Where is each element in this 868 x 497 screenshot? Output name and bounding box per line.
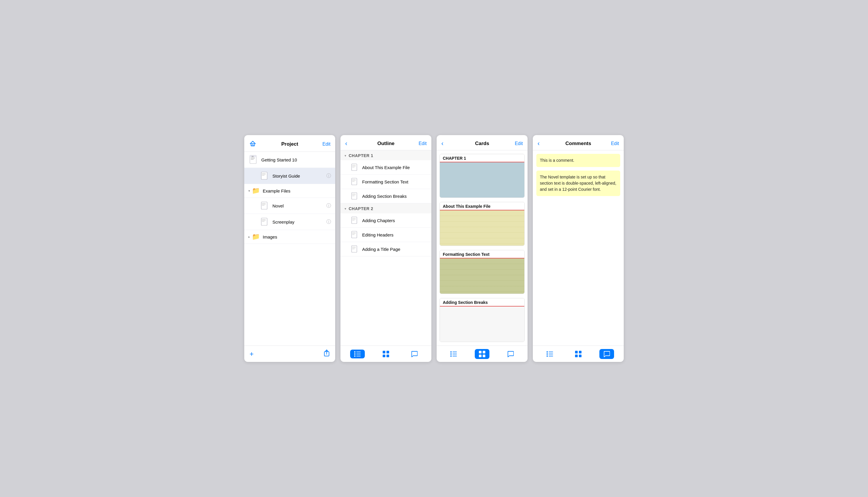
svg-rect-55 — [387, 355, 389, 357]
chapter-1-header[interactable]: ▾ CHAPTER 1 — [340, 150, 431, 160]
outline-footer — [340, 345, 431, 362]
outline-comment-tab[interactable] — [407, 349, 422, 359]
outline-grid-tab[interactable] — [379, 349, 393, 359]
svg-rect-72 — [575, 351, 578, 353]
svg-rect-71 — [549, 356, 553, 356]
svg-rect-63 — [483, 351, 485, 353]
cards-edit-button[interactable]: Edit — [512, 141, 523, 146]
outline-adding-title-page[interactable]: Adding a Title Page — [340, 242, 431, 256]
svg-rect-58 — [450, 355, 452, 357]
project-item-screenplay[interactable]: Screenplay ⓘ — [244, 214, 335, 230]
project-item-getting-started[interactable]: 10 Getting Started 10 — [244, 152, 335, 168]
project-item-novel[interactable]: Novel ⓘ — [244, 198, 335, 214]
svg-rect-61 — [452, 356, 457, 356]
outline-about-example[interactable]: About This Example File — [340, 160, 431, 175]
card-about-example[interactable]: About This Example File — [439, 202, 524, 246]
card-formatting-title: Formatting Section Text — [440, 250, 524, 258]
card-about-example-body — [440, 210, 524, 245]
storyist-guide-info-icon[interactable]: ⓘ — [326, 173, 331, 179]
cards-list-tab[interactable] — [446, 350, 461, 358]
svg-rect-39 — [352, 232, 356, 233]
share-button[interactable] — [323, 349, 330, 358]
formatting-section-doc-icon — [350, 178, 359, 186]
card-adding-breaks[interactable]: Adding Section Breaks — [439, 298, 524, 342]
svg-rect-23 — [352, 165, 356, 165]
card-chapter-1[interactable]: CHAPTER 1 — [439, 154, 524, 198]
comments-back-button[interactable]: ‹ — [537, 140, 548, 147]
novel-info-icon[interactable]: ⓘ — [326, 203, 331, 209]
panel-cards: ‹ Cards Edit CHAPTER 1 About This Exampl… — [437, 135, 528, 362]
images-label: Images — [263, 235, 331, 239]
comments-grid-tab[interactable] — [571, 349, 586, 359]
folder-example-files[interactable]: ▾ 📁 Example Files — [244, 184, 335, 198]
comments-edit-button[interactable]: Edit — [608, 141, 619, 146]
svg-rect-16 — [261, 218, 267, 225]
svg-rect-10 — [262, 174, 266, 175]
outline-list-tab[interactable] — [350, 350, 365, 358]
card-chapter-1-title: CHAPTER 1 — [440, 154, 524, 162]
svg-rect-54 — [383, 355, 385, 357]
project-item-storyist-guide[interactable]: Storyist Guide ⓘ — [244, 168, 335, 184]
svg-rect-14 — [262, 204, 266, 204]
svg-rect-65 — [483, 355, 485, 357]
card-adding-breaks-body — [440, 307, 524, 342]
cards-back-button[interactable]: ‹ — [441, 140, 452, 147]
outline-editing-headers[interactable]: Editing Headers — [340, 228, 431, 242]
panel-outline: ‹ Outline Edit ▾ CHAPTER 1 About T — [340, 135, 431, 362]
getting-started-label: Getting Started 10 — [261, 157, 331, 162]
storyist-guide-icon — [260, 171, 269, 181]
svg-rect-52 — [383, 351, 385, 353]
svg-rect-32 — [352, 195, 356, 195]
svg-rect-44 — [352, 248, 356, 248]
svg-rect-47 — [354, 353, 355, 355]
images-chevron: ▸ — [248, 235, 250, 239]
card-about-example-title: About This Example File — [440, 202, 524, 210]
svg-rect-64 — [479, 355, 481, 357]
svg-rect-43 — [352, 247, 356, 247]
project-edit-button[interactable]: Edit — [320, 142, 331, 147]
cards-comment-tab[interactable] — [503, 349, 518, 359]
comments-footer — [533, 345, 624, 362]
about-example-label: About This Example File — [362, 165, 410, 170]
outline-adding-chapters[interactable]: Adding Chapters — [340, 213, 431, 228]
svg-rect-31 — [352, 194, 356, 194]
project-title: Project — [260, 141, 320, 147]
getting-started-icon: 10 — [248, 155, 258, 165]
example-files-chevron: ▾ — [248, 189, 250, 193]
svg-rect-8 — [261, 172, 267, 179]
novel-icon — [260, 201, 269, 211]
outline-adding-breaks[interactable]: Adding Section Breaks — [340, 189, 431, 203]
storyist-guide-label: Storyist Guide — [272, 173, 326, 179]
cards-grid-tab[interactable] — [475, 349, 489, 359]
project-footer: + — [244, 345, 335, 362]
chapter-2-header[interactable]: ▾ CHAPTER 2 — [340, 203, 431, 213]
add-button[interactable]: + — [250, 350, 254, 358]
svg-rect-57 — [450, 353, 452, 355]
project-header: Project Edit — [244, 135, 335, 152]
images-folder-icon: 📁 — [252, 233, 260, 241]
card-adding-breaks-title: Adding Section Breaks — [440, 298, 524, 307]
card-formatting-section[interactable]: Formatting Section Text — [439, 250, 524, 294]
adding-chapters-doc-icon — [350, 216, 359, 225]
card-chapter-1-body — [440, 162, 524, 198]
adding-title-doc-icon — [350, 245, 359, 253]
comments-comment-tab[interactable] — [599, 349, 614, 359]
comments-list-tab[interactable] — [543, 350, 557, 358]
svg-rect-12 — [261, 202, 267, 209]
svg-rect-46 — [354, 351, 355, 353]
screenplay-info-icon[interactable]: ⓘ — [326, 219, 331, 225]
outline-back-button[interactable]: ‹ — [345, 140, 356, 147]
formatting-section-label: Formatting Section Text — [362, 179, 408, 184]
svg-rect-66 — [547, 351, 548, 353]
editing-headers-label: Editing Headers — [362, 232, 393, 237]
svg-rect-17 — [262, 219, 266, 219]
outline-formatting-section[interactable]: Formatting Section Text — [340, 175, 431, 189]
folder-images[interactable]: ▸ 📁 Images — [244, 230, 335, 244]
svg-rect-33 — [352, 196, 354, 196]
svg-rect-60 — [452, 354, 457, 354]
home-icon[interactable] — [249, 140, 260, 148]
outline-edit-button[interactable]: Edit — [416, 141, 427, 146]
svg-rect-75 — [579, 355, 582, 357]
cards-title: Cards — [452, 141, 512, 146]
svg-rect-5 — [251, 159, 254, 160]
